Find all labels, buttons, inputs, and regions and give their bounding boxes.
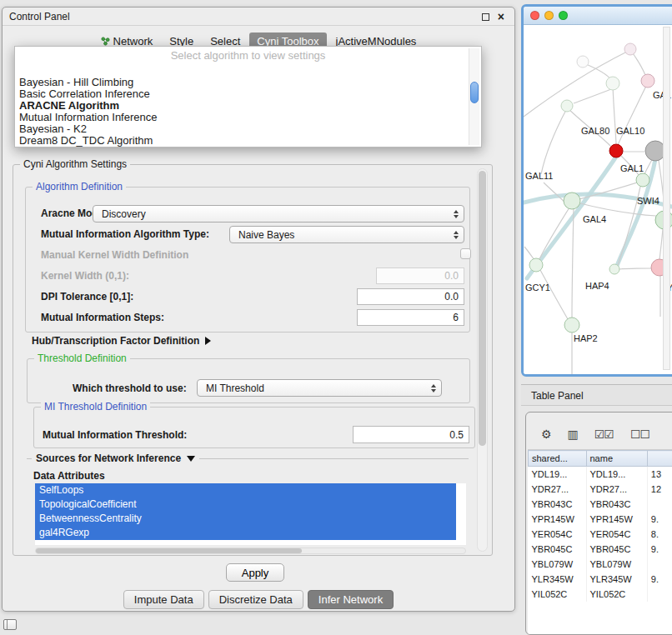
minimize-light[interactable] (544, 11, 554, 20)
threshold-select[interactable]: MI Threshold (197, 379, 442, 397)
table-cell[interactable]: YDL19... (586, 467, 647, 482)
mi-steps-field[interactable]: 6 (357, 309, 464, 326)
table-cell[interactable]: YER054C (586, 527, 647, 542)
network-node[interactable] (624, 43, 636, 55)
attribute-list-hscrollbar[interactable] (35, 548, 466, 554)
table-row[interactable]: YLR345WYLR345W9. (529, 572, 672, 587)
attribute-item[interactable]: BetweennessCentrality (35, 512, 456, 526)
network-edge[interactable] (572, 208, 574, 318)
table-cell[interactable]: YPR145W (586, 512, 647, 527)
network-vscrollbar[interactable] (663, 27, 670, 370)
table-cell[interactable]: YIL052C (529, 587, 587, 602)
dpi-tolerance-field[interactable]: 0.0 (357, 288, 464, 305)
manual-kernel-checkbox[interactable] (460, 248, 471, 259)
table-cell[interactable]: 8. (647, 527, 672, 542)
network-node[interactable] (609, 264, 619, 274)
table-cell[interactable]: 12 (647, 482, 672, 497)
table-cell[interactable]: YDR27... (529, 482, 587, 497)
table-row[interactable]: YPR145WYPR145W9. (529, 512, 672, 527)
column-header[interactable]: shared... (529, 451, 587, 467)
network-node[interactable] (606, 77, 619, 90)
network-node[interactable] (636, 173, 649, 187)
column-header[interactable]: name (586, 451, 647, 467)
vscrollbar-thumb[interactable] (479, 171, 486, 446)
network-edge[interactable] (633, 53, 645, 75)
unchecked-boxes-icon[interactable]: ☐☐ (630, 428, 649, 441)
bottom-tab-infer-network[interactable]: Infer Network (308, 590, 394, 609)
table-row[interactable]: YBL079WYBL079W (529, 557, 672, 572)
table-cell[interactable]: YER054C (529, 527, 587, 542)
table-cell[interactable]: YIL052C (586, 587, 647, 602)
columns-icon[interactable]: ▥ (568, 428, 578, 441)
mi-type-select[interactable]: Naive Bayes (229, 226, 464, 243)
table-cell[interactable]: YPR145W (529, 512, 587, 527)
network-node[interactable] (564, 318, 579, 332)
network-window-titlebar[interactable] (524, 7, 672, 25)
network-canvas[interactable]: GAL80GAL10GAL11GAL1SWI4GAL4GCY1HAP4HAP2G… (524, 25, 672, 374)
table-cell[interactable]: 13 (647, 467, 672, 482)
aracne-mode-select[interactable]: Discovery (93, 205, 464, 222)
hscrollbar-thumb[interactable] (36, 548, 302, 553)
table-cell[interactable]: YBL079W (529, 557, 587, 572)
table-cell[interactable]: YBL079W (586, 557, 647, 572)
table-cell[interactable]: YLR345W (586, 572, 647, 587)
table-row[interactable]: YDL19...YDL19...13 (529, 467, 672, 482)
control-panel-titlebar[interactable]: Control Panel × (3, 8, 514, 26)
table-cell[interactable] (647, 587, 672, 602)
attribute-item[interactable]: SelfLoops (35, 483, 456, 498)
algorithm-option[interactable]: Bayesian - K2 (17, 123, 466, 135)
table-cell[interactable]: YDR27... (586, 482, 647, 497)
kernel-width-field[interactable]: 0.0 (376, 268, 464, 284)
popup-scrollbar-thumb[interactable] (470, 82, 479, 103)
network-edge[interactable] (524, 247, 534, 260)
attribute-item[interactable]: gal4RGexp (35, 526, 456, 540)
table-row[interactable]: YBR043CYBR043C (529, 497, 672, 512)
network-node[interactable] (529, 258, 543, 272)
table-row[interactable]: YER054CYER054C8. (529, 527, 672, 542)
network-edge[interactable] (619, 268, 652, 269)
table-cell[interactable]: YBR045C (586, 542, 647, 557)
restore-panel-icon[interactable] (3, 619, 17, 630)
close-light[interactable] (530, 11, 539, 20)
table-cell[interactable]: YLR345W (529, 572, 587, 587)
popup-scrollbar[interactable] (469, 48, 479, 145)
network-edge[interactable] (540, 270, 568, 319)
checked-boxes-icon[interactable]: ☑☑ (594, 428, 614, 441)
table-row[interactable]: YBR045CYBR045C9. (529, 542, 672, 557)
algorithm-option[interactable]: Bayesian - Hill Climbing (17, 77, 466, 88)
network-node[interactable] (609, 144, 623, 158)
table-cell[interactable]: 9. (647, 512, 672, 527)
attribute-item[interactable]: TopologicalCoefficient (35, 498, 456, 512)
network-node[interactable] (577, 56, 589, 68)
algorithm-option[interactable]: ARACNE Algorithm (17, 100, 466, 112)
table-row[interactable]: YDR27...YDR27...12 (529, 482, 672, 497)
bottom-tab-discretize-data[interactable]: Discretize Data (208, 590, 303, 609)
network-node[interactable] (641, 74, 654, 88)
network-node[interactable] (561, 100, 573, 112)
table-cell[interactable] (647, 497, 672, 512)
float-button[interactable] (482, 13, 489, 21)
algorithm-option[interactable]: Basic Correlation Inference (17, 88, 466, 100)
attribute-list[interactable]: SelfLoopsTopologicalCoefficientBetweenne… (35, 483, 466, 545)
table-cell[interactable] (647, 557, 672, 572)
algorithm-option[interactable]: Mutual Information Inference (17, 112, 466, 123)
network-edge[interactable] (574, 89, 611, 103)
table-cell[interactable]: YBR043C (529, 497, 587, 512)
column-header[interactable] (647, 451, 672, 467)
table-cell[interactable]: 9. (647, 572, 672, 587)
network-edge[interactable] (541, 108, 567, 174)
algorithm-option[interactable]: Dream8 DC_TDC Algorithm (17, 135, 466, 147)
table-cell[interactable]: YBR045C (529, 542, 587, 557)
close-button[interactable]: × (498, 11, 504, 22)
gear-icon[interactable]: ⚙ (541, 428, 551, 441)
table-cell[interactable]: 9. (647, 542, 672, 557)
network-edge[interactable] (539, 208, 569, 259)
sources-toggle[interactable]: Sources for Network Inference (32, 452, 199, 464)
network-edge[interactable] (544, 182, 566, 203)
apply-button[interactable]: Apply (226, 563, 284, 582)
table-row[interactable]: YIL052CYIL052C (529, 587, 672, 602)
table-cell[interactable]: YBR043C (586, 497, 647, 512)
mi-threshold-field[interactable]: 0.5 (353, 426, 469, 443)
settings-vscrollbar[interactable] (477, 168, 488, 552)
network-node[interactable] (564, 192, 580, 209)
